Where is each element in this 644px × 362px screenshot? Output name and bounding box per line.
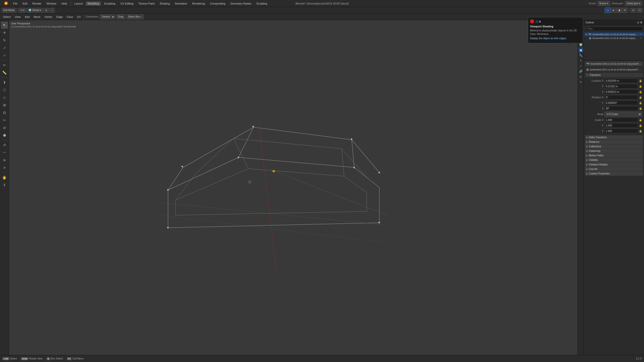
section-collections-header[interactable]: ▶ Collections [585,144,643,149]
tool-slide-relax[interactable]: ≡ [1,164,8,171]
menu-help[interactable]: Help [59,2,69,6]
tab-constraints[interactable]: 🔗 [578,69,583,74]
workspace-texture[interactable]: Texture Paint [136,2,156,6]
tooltip-close-icon[interactable] [530,19,534,23]
tab-modifier[interactable]: 🔧 [578,53,583,58]
proportional-btn[interactable]: ○ [50,8,55,13]
section-relations-header[interactable]: ▶ Relations [585,140,643,144]
tool-bevel[interactable]: ◇ [1,94,8,101]
xray-btn[interactable]: ☐ [637,8,642,13]
menu-view[interactable]: View [13,15,22,19]
tab-particles[interactable]: ✦ [578,58,583,63]
tool-loop-cut[interactable]: ⊞ [1,102,8,109]
section-delta-header[interactable]: ▶ Delta Transform [585,135,643,140]
workspace-geometry[interactable]: Geometry Nodes [228,2,253,6]
menu-file[interactable]: File [11,2,20,6]
tab-material[interactable]: ● [578,79,583,84]
menu-select[interactable]: Select [2,15,12,19]
shading-rendered[interactable]: ☀ [622,8,628,13]
tool-randomize[interactable]: ≋ [1,157,8,164]
tool-smooth[interactable]: 〰 [1,149,8,156]
tool-grab[interactable]: 🖐 [1,174,8,181]
workspace-modeling[interactable]: Modeling [86,2,101,6]
outliner-filter-icon[interactable]: ⊙ [637,21,639,24]
outliner-item-1[interactable]: ▦ Screenshot 2021-11-02 at 15-00-52 enjo… [587,36,644,40]
menu-edge[interactable]: Edge [55,15,64,19]
overlay-btn[interactable]: ⊙ [630,8,636,13]
workspace-rendering[interactable]: Rendering [190,2,207,6]
section-custom-props-header[interactable]: ▶ Custom Properties [585,171,643,176]
menu-uv[interactable]: UV [75,15,82,19]
tool-scale[interactable]: ⤢ [1,44,8,51]
tab-data[interactable]: ▲ [578,74,583,79]
scale-x-field[interactable]: 1.000 [605,118,638,122]
select-box-btn[interactable]: Select Box ~ [126,14,144,19]
menu-add[interactable]: Add [23,15,31,19]
pivot-btn[interactable]: ⊙ ▾ [19,8,26,13]
menu-vertex[interactable]: Vertex [43,15,54,19]
scale-z-lock[interactable]: 🔒 [639,130,642,132]
rotation-y-lock[interactable]: 🔒 [639,102,642,104]
menu-mesh[interactable]: Mesh [32,15,42,19]
item-vis-icon-0[interactable]: 👁 [640,33,642,36]
workspace-animation[interactable]: Animation [173,2,189,6]
section-transform-header[interactable]: ▼ Transform [585,73,643,77]
tab-physics[interactable]: ⚛ [578,63,583,68]
global-btn[interactable]: 🌍 Global ▾ [27,8,43,13]
tool-spin[interactable]: ↺ [1,142,8,149]
tool-inset[interactable]: ⬡ [1,86,8,94]
tool-transform[interactable]: ⊹ [1,52,8,59]
menu-edit[interactable]: Edit [21,2,29,6]
shading-solid[interactable]: ● [611,8,616,13]
tool-annotate[interactable]: ✏ [1,62,8,69]
tool-rotate[interactable]: ↻ [1,37,8,44]
menu-window[interactable]: Window [45,2,58,6]
menu-face[interactable]: Face [65,15,74,19]
tool-knife[interactable]: ✂ [1,117,8,124]
rotation-x-lock[interactable]: 🔒 [639,96,642,99]
outliner-search-input[interactable] [586,27,643,31]
mode-dropdown[interactable]: Edit Mode [2,8,16,13]
viewport-3d[interactable]: User Perspective (1) Screenshot 2021-11-… [9,20,584,355]
tool-extrude[interactable]: ⬆ [1,79,8,86]
location-z-lock[interactable]: 🔒 [639,90,642,93]
section-instancing-header[interactable]: ▶ Instancing [585,149,643,153]
tool-poly-build[interactable]: ⬢ [1,132,8,139]
section-viewport-display-header[interactable]: ▶ Viewport Display [585,162,643,167]
scale-z-field[interactable]: 1.000 [605,129,638,133]
rotation-mode-select[interactable]: XYZ Euler XZY Euler YXZ Euler YZX Euler … [605,112,642,117]
location-y-field[interactable]: 0.22162 m [605,84,638,88]
section-visibility-header[interactable]: ▶ Visibility [585,158,643,162]
location-z-field[interactable]: 0.000813 m [605,89,638,94]
tool-bisect[interactable]: ⊘ [1,124,8,131]
tool-push-pull[interactable]: ⇕ [1,182,8,189]
tool-offset-edges[interactable]: ⊟ [1,109,8,116]
workspace-uv[interactable]: UV Editing [118,2,135,6]
outliner-settings-icon[interactable]: ⚙ [640,21,642,24]
workspace-compositing[interactable]: Compositing [208,2,227,6]
rotation-z-field[interactable]: 90° [605,106,638,111]
scale-y-lock[interactable]: 🔒 [639,124,642,127]
location-x-lock[interactable]: 🔒 [639,79,642,82]
snap-btn[interactable]: ⊙ [44,8,49,13]
menu-render[interactable]: Render [30,2,44,6]
outliner-item-0[interactable]: ▶ 📷 Screenshot 2021-11-02 at 15-00-52 en… [584,32,644,36]
tool-move[interactable]: ✛ [1,29,8,36]
view-layer-select[interactable]: ViewLayer ▾ [625,1,642,6]
blender-menu[interactable] [2,1,10,6]
scale-y-field[interactable]: 1.000 [605,123,638,128]
scene-select[interactable]: Scene ▾ [597,1,610,6]
section-line-art-header[interactable]: ▶ Line Art [585,167,643,171]
rotation-x-field[interactable]: 0° [605,95,638,100]
tool-measure[interactable]: 📏 [1,69,8,76]
workspace-shading[interactable]: Shading [158,2,172,6]
shading-wireframe[interactable]: ◻ [605,8,610,13]
shading-material[interactable]: ◑ [616,8,622,13]
item-vis-icon-1[interactable]: 👁 [640,37,642,39]
workspace-sculpting[interactable]: Sculpting [102,2,117,6]
location-y-lock[interactable]: 🔒 [639,85,642,88]
workspace-scripting[interactable]: Scripting [254,2,269,6]
drag-btn[interactable]: Drag [116,14,125,19]
workspace-layout[interactable]: Layout [72,2,85,6]
rotation-z-lock[interactable]: 🔒 [639,107,642,110]
